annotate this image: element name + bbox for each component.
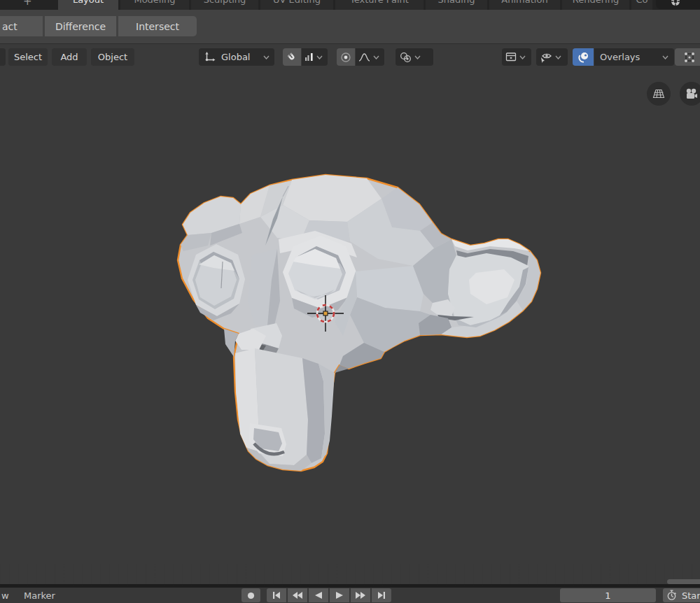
chevron-down-icon	[414, 55, 421, 59]
toggle-camera-button[interactable]	[680, 82, 700, 106]
scene-selector-partial[interactable]	[656, 0, 700, 9]
play-button[interactable]	[330, 588, 349, 602]
jump-to-start-button[interactable]	[267, 588, 286, 602]
view-menu-partial[interactable]: w	[1, 588, 9, 603]
editor-type-button-partial[interactable]	[0, 48, 6, 66]
jump-to-end-button[interactable]	[372, 588, 391, 602]
play-icon	[336, 592, 343, 599]
tab-layout[interactable]: Layout	[58, 0, 118, 10]
smooth-falloff-icon	[358, 52, 370, 62]
pivot-point-icon	[400, 52, 412, 63]
orientation-label: Global	[221, 52, 250, 62]
overlay-eye-icon	[540, 52, 552, 63]
magnet-icon	[286, 52, 298, 63]
overlays-toggle-button[interactable]	[573, 48, 594, 66]
rotate-icon	[670, 0, 681, 7]
boolean-operation-row: act Difference Intersect	[0, 10, 700, 43]
camera-icon	[685, 87, 699, 101]
rewind-icon	[293, 592, 302, 599]
grid-icon	[652, 87, 666, 101]
proportional-falloff-dropdown[interactable]	[356, 48, 384, 66]
object-menu[interactable]: Object	[91, 48, 134, 66]
stopwatch-icon	[666, 590, 677, 601]
tab-rendering[interactable]: Rendering	[562, 0, 629, 10]
fast-forward-button[interactable]	[351, 588, 370, 602]
snap-toggle-button[interactable]	[283, 48, 301, 66]
overlays-dropdown[interactable]: Overlays	[594, 48, 674, 66]
snap-target-dropdown[interactable]	[302, 48, 328, 66]
timeline-ticks	[0, 564, 700, 584]
viewport-3d[interactable]	[0, 69, 700, 584]
xray-gizmo-button-partial[interactable]	[675, 48, 700, 66]
tab-sculpting[interactable]: Sculpting	[191, 0, 258, 10]
transform-gizmo-icon	[683, 51, 696, 64]
tab-shading[interactable]: Shading	[426, 0, 487, 10]
chevron-down-icon	[263, 55, 270, 59]
gizmos-dropdown[interactable]	[502, 48, 531, 66]
blender-window: + Layout Modeling Sculpting UV Editing T…	[0, 0, 700, 603]
fast-forward-icon	[356, 592, 365, 599]
proportional-editing-icon	[340, 52, 351, 63]
boolean-difference-button[interactable]: Difference	[45, 16, 116, 36]
overlays-label: Overlays	[600, 52, 640, 62]
tab-uv-editing[interactable]: UV Editing	[260, 0, 333, 10]
tab-animation[interactable]: Animation	[489, 0, 560, 10]
timeline-scrollbar[interactable]	[667, 579, 700, 584]
start-frame-field-partial[interactable]: Start	[663, 588, 700, 602]
record-icon	[247, 592, 255, 600]
rewind-button[interactable]	[288, 588, 307, 602]
chevron-down-icon	[316, 55, 323, 59]
tab-texture-paint[interactable]: Texture Paint	[335, 0, 424, 10]
viewport-header: Select Add Object Global	[0, 43, 700, 69]
add-workspace-partial[interactable]: +	[23, 0, 32, 8]
select-menu[interactable]: Select	[8, 48, 48, 66]
suzanne-mesh-object[interactable]	[168, 168, 546, 483]
overlays-sphere-icon	[578, 51, 589, 63]
play-reverse-icon	[315, 592, 322, 599]
current-frame-field[interactable]: 1	[560, 588, 656, 602]
jump-start-icon	[272, 592, 281, 599]
add-menu[interactable]: Add	[52, 48, 87, 66]
toggle-grid-button[interactable]	[647, 82, 671, 106]
timeline-header: w Marker 1 Star	[0, 588, 700, 603]
record-button[interactable]	[241, 588, 260, 602]
boolean-exact-button-partial[interactable]: act	[0, 16, 43, 36]
boolean-intersect-button[interactable]: Intersect	[118, 16, 197, 36]
chevron-down-icon	[662, 55, 668, 59]
chevron-down-icon	[555, 55, 561, 59]
snap-increment-icon	[304, 52, 314, 62]
show-overlays-dropdown[interactable]	[536, 48, 568, 66]
jump-end-icon	[377, 592, 386, 599]
workspace-tabbar: + Layout Modeling Sculpting UV Editing T…	[0, 0, 700, 10]
pivot-point-dropdown[interactable]	[396, 48, 433, 66]
orientation-axes-icon	[204, 51, 216, 63]
transform-orientation-dropdown[interactable]: Global	[199, 48, 274, 66]
tab-modeling[interactable]: Modeling	[120, 0, 189, 10]
gizmo-icon	[505, 52, 517, 62]
cursor-3d	[306, 294, 345, 333]
chevron-down-icon	[373, 55, 379, 59]
marker-menu[interactable]: Marker	[24, 588, 55, 603]
proportional-editing-toggle[interactable]	[337, 48, 355, 66]
play-reverse-button[interactable]	[309, 588, 328, 602]
tab-compositing-partial[interactable]: Co	[631, 0, 652, 10]
chevron-down-icon	[519, 55, 526, 59]
